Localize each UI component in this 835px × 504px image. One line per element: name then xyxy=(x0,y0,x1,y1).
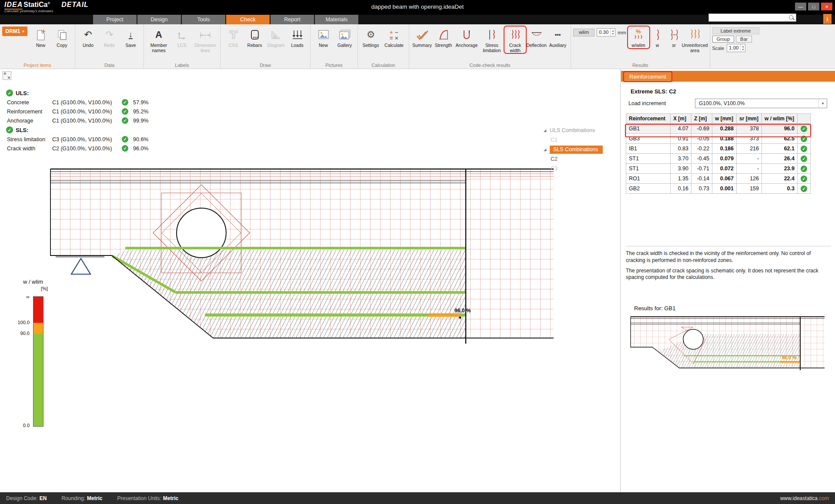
deflection-button[interactable]: Deflection xyxy=(526,27,547,48)
chevron-down-icon[interactable]: ▼ xyxy=(818,99,827,108)
css-button[interactable]: CSS xyxy=(223,27,244,48)
diagram-button[interactable]: Diagram xyxy=(265,27,287,48)
tree-expanded-icon[interactable]: ◢ xyxy=(544,148,550,152)
wlim-stepper[interactable]: 0.30 ▲ ▼ xyxy=(597,28,615,36)
dimension-lines-button[interactable]: Dimension lines xyxy=(193,27,218,53)
stress-limitation-icon xyxy=(486,28,498,42)
maximize-button[interactable]: □ xyxy=(808,3,819,10)
w-wlim-button[interactable]: % w/wlim xyxy=(628,27,649,48)
copy-button[interactable]: Copy xyxy=(51,27,73,48)
tree-sls-combinations[interactable]: ◢ SLS Combinations xyxy=(544,145,621,154)
redo-button[interactable]: ↷ Redo xyxy=(99,27,120,48)
document-title: dapped beam with opening.ideaDet xyxy=(0,3,835,10)
unreinforced-area-button[interactable]: Unreinforced area xyxy=(682,27,708,53)
calculate-button[interactable]: +−=× Calculate xyxy=(381,27,407,48)
search-box[interactable] xyxy=(708,13,796,22)
expand-icon xyxy=(4,73,10,79)
table-row[interactable]: GB20.160.730.0011590.3✓ xyxy=(626,184,811,194)
w-button[interactable]: w xyxy=(649,27,666,48)
new-project-item-button[interactable]: New xyxy=(30,27,51,48)
table-row[interactable]: GB14.07-0.690.28837896.0✓ xyxy=(626,124,811,134)
spin-down-icon[interactable]: ▼ xyxy=(741,48,745,51)
table-row[interactable]: RO11.35-0.140.06712622.4✓ xyxy=(626,174,811,184)
sr-button[interactable]: sr xyxy=(666,27,682,48)
scale-unit: [%] xyxy=(12,286,54,291)
button-label: Loads xyxy=(291,43,304,48)
summary-row: Concrete C1 (G100.0%, V100.0%) ✓ 57.9% xyxy=(6,98,155,107)
minimize-button[interactable]: — xyxy=(795,3,806,10)
save-button[interactable]: ↓ Save xyxy=(120,27,141,48)
stress-limitation-button[interactable]: Stress limitation xyxy=(479,27,504,53)
col-x[interactable]: X [m] xyxy=(671,114,691,124)
group-button[interactable]: Group xyxy=(712,36,735,43)
tab-reinforcement[interactable]: Reinforcement xyxy=(623,71,672,82)
note-text: The presentation of crack spacing is sch… xyxy=(626,268,831,282)
drm-selector[interactable]: DRM1 ▾ xyxy=(2,27,27,36)
extreme-annotation: 96.0 % xyxy=(454,308,471,314)
tab-project[interactable]: Project xyxy=(93,15,137,24)
summary-icon xyxy=(416,28,428,42)
check-icon: ✓ xyxy=(801,156,807,162)
search-input[interactable] xyxy=(709,14,788,21)
tree-expanded-icon[interactable]: ◢ xyxy=(544,129,550,133)
picture-icon xyxy=(318,28,329,42)
button-label: Auxiliary xyxy=(549,43,567,48)
tab-tools[interactable]: Tools xyxy=(182,15,225,24)
table-row[interactable]: ST13.90-0.710.072-23.9✓ xyxy=(626,164,811,174)
lcs-button[interactable]: LCS xyxy=(171,27,193,48)
gallery-button[interactable]: Gallery xyxy=(334,27,355,48)
tree-label: C2 xyxy=(551,156,558,162)
diagram-icon xyxy=(271,28,282,42)
tree-item-c2[interactable]: C2 xyxy=(544,154,621,164)
results-for-label: Results for: GB1 xyxy=(634,305,675,312)
undo-button[interactable]: ↶ Undo xyxy=(77,27,99,48)
spin-up-icon[interactable]: ▲ xyxy=(741,45,745,48)
scale-label: Scale xyxy=(712,46,725,51)
check-combo: C2 (G100.0%, V100.0%) xyxy=(52,146,122,152)
svg-text:=: = xyxy=(390,35,393,40)
strength-button[interactable]: Strength xyxy=(433,27,454,48)
rebars-button[interactable]: Rebars xyxy=(244,27,265,48)
load-increment-select[interactable]: G100.0%, V100.0% ▼ xyxy=(695,99,827,108)
col-z[interactable]: Z [m] xyxy=(691,114,712,124)
member-names-button[interactable]: A Member names xyxy=(146,27,171,53)
scale-tick-90: 90.0 xyxy=(20,331,30,336)
button-label: Crack width xyxy=(504,43,526,53)
tab-report[interactable]: Report xyxy=(271,15,314,24)
close-button[interactable]: × xyxy=(821,3,832,10)
tab-check[interactable]: Check xyxy=(226,15,270,24)
scale-stepper[interactable]: 1.00 ▲ ▼ xyxy=(727,44,745,52)
bar-button[interactable]: Bar xyxy=(736,36,752,43)
results-panel: Reinforcement Extreme SLS: C2 Load incre… xyxy=(621,69,835,492)
col-w[interactable]: w [mm] xyxy=(712,114,737,124)
button-label: Strength xyxy=(435,43,452,48)
anchorage-button[interactable]: Anchorage xyxy=(454,27,479,48)
col-ratio[interactable]: w / wlim [%] xyxy=(762,114,798,124)
summary-button[interactable]: Summary xyxy=(411,27,433,48)
loads-button[interactable]: Loads xyxy=(287,27,308,48)
table-row[interactable]: ST13.70-0.450.079-26.4✓ xyxy=(626,154,811,164)
check-icon: ✓ xyxy=(801,166,807,172)
info-button[interactable]: i xyxy=(823,14,832,24)
settings-button[interactable]: ⚙ Settings xyxy=(360,27,381,48)
new-picture-button[interactable]: New xyxy=(313,27,334,48)
tree-item-c1[interactable]: C1 xyxy=(544,135,621,145)
tab-design[interactable]: Design xyxy=(137,15,181,24)
crack-width-button[interactable]: Crack width xyxy=(504,27,526,53)
col-sr[interactable]: sr [mm] xyxy=(737,114,762,124)
expand-view-button[interactable] xyxy=(3,71,11,80)
model-canvas[interactable]: 96.0 % ✓ ULS: Concrete C1 (G100.0%, V100… xyxy=(0,69,621,492)
spin-up-icon[interactable]: ▲ xyxy=(611,30,615,33)
table-row[interactable]: GB30.91-0.050.18837362.5✓ xyxy=(626,134,811,144)
spin-down-icon[interactable]: ▼ xyxy=(611,33,615,36)
reinforcement-table: Reinforcement X [m] Z [m] w [mm] sr [mm]… xyxy=(626,113,811,194)
tab-materials[interactable]: Materials xyxy=(315,15,358,24)
tree-item-c3[interactable]: C3 xyxy=(544,164,621,173)
col-reinforcement[interactable]: Reinforcement xyxy=(626,114,671,124)
undo-icon: ↶ xyxy=(84,30,92,40)
auxiliary-button[interactable]: ••• Auxiliary xyxy=(547,27,568,48)
tree-uls-combinations[interactable]: ◢ ULS Combinations xyxy=(544,126,621,135)
combinations-tree: ◢ ULS Combinations C1 ◢ SLS Combinations… xyxy=(544,126,621,173)
website-link[interactable]: www.ideastatica.com xyxy=(780,495,829,501)
table-row[interactable]: IB10.83-0.220.18621662.1✓ xyxy=(626,144,811,154)
